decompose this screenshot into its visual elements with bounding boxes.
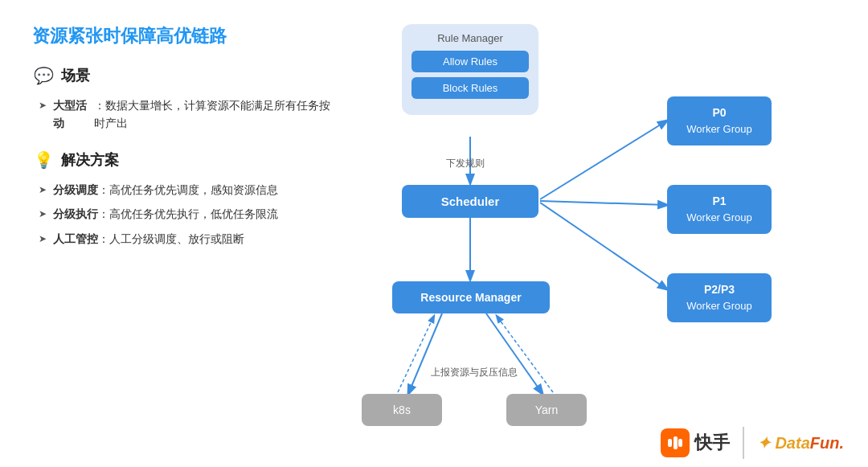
kuaishou-icon: [661, 428, 690, 457]
scene-list: 大型活动 ：数据大量增长，计算资源不能满足所有任务按时产出: [32, 96, 338, 133]
svg-line-5: [408, 313, 442, 394]
label-shangbao: 上报资源与反压信息: [426, 366, 522, 379]
main-title: 资源紧张时保障高优链路: [32, 24, 338, 48]
scene-title: 💬 场景: [32, 64, 338, 87]
svg-rect-9: [668, 439, 672, 447]
svg-line-2: [540, 121, 667, 199]
svg-line-7: [398, 316, 434, 392]
worker-group-p2p3: P2/P3 Worker Group: [667, 273, 772, 322]
svg-line-3: [540, 201, 667, 205]
kuaishou-logo: 快手: [661, 428, 730, 457]
scene-bullet-1: 大型活动 ：数据大量增长，计算资源不能满足所有任务按时产出: [39, 96, 338, 133]
left-panel: 资源紧张时保障高优链路 💬 场景 大型活动 ：数据大量增长，计算资源不能满足所有…: [32, 24, 338, 264]
footer-divider: [743, 427, 744, 459]
block-rules-box: Block Rules: [411, 77, 529, 99]
solution-icon: 💡: [32, 149, 55, 171]
scheduler-box: Scheduler: [402, 185, 538, 218]
worker-group-p1: P1 Worker Group: [667, 185, 772, 234]
svg-line-8: [497, 316, 553, 392]
k8s-box: k8s: [362, 394, 442, 426]
yarn-box: Yarn: [506, 394, 587, 426]
diagram-area: Rule Manager Allow Rules Block Rules 下发规…: [354, 16, 852, 450]
rule-manager-container: Rule Manager Allow Rules Block Rules: [402, 24, 538, 115]
solution-bullet-1: 分级调度 ：高优任务优先调度，感知资源信息: [39, 181, 338, 199]
svg-rect-11: [678, 439, 682, 447]
worker-group-p0: P0 Worker Group: [667, 96, 772, 145]
footer: 快手 ✦ DataFun.: [661, 427, 844, 459]
svg-line-4: [540, 203, 667, 289]
svg-rect-10: [674, 436, 678, 449]
solution-bullet-3: 人工管控 ：人工分级调度、放行或阻断: [39, 230, 338, 248]
solution-bullet-2: 分级执行 ：高优任务优先执行，低优任务限流: [39, 205, 338, 223]
scene-icon: 💬: [32, 64, 55, 87]
solution-title: 💡 解决方案: [32, 149, 338, 171]
label-xiafa: 下发规则: [446, 157, 485, 170]
svg-line-6: [486, 313, 542, 394]
solution-list: 分级调度 ：高优任务优先调度，感知资源信息 分级执行 ：高优任务优先执行，低优任…: [32, 181, 338, 248]
allow-rules-box: Allow Rules: [411, 51, 529, 72]
resource-manager-box: Resource Manager: [392, 281, 550, 313]
rule-manager-title: Rule Manager: [411, 32, 529, 44]
kuaishou-text: 快手: [694, 431, 730, 455]
datafun-logo: ✦ DataFun.: [757, 433, 844, 453]
